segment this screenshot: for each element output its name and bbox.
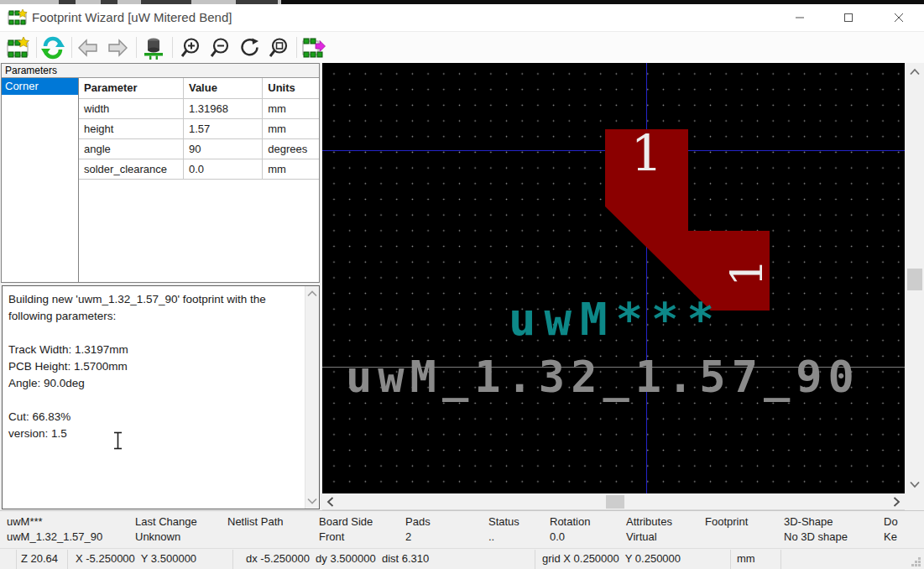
arrow-right-icon bbox=[107, 38, 128, 58]
status-value: uwM_1.32_1.57_90 bbox=[7, 530, 102, 545]
vertical-scroll-thumb[interactable] bbox=[907, 269, 922, 290]
status-label: Last Change bbox=[135, 514, 197, 530]
arrow-left-icon bbox=[77, 38, 99, 58]
status-label: uwM*** bbox=[7, 514, 102, 530]
param-value-cell[interactable]: 1.31968 bbox=[183, 98, 262, 118]
scroll-up-icon[interactable] bbox=[306, 290, 318, 297]
status-value: Unknown bbox=[135, 530, 197, 545]
status-separator bbox=[232, 550, 233, 569]
update-footprint-button[interactable] bbox=[39, 34, 66, 60]
window-title: Footprint Wizard [uW Mitered Bend] bbox=[32, 10, 232, 24]
status-label: Pads bbox=[405, 514, 431, 530]
canvas-vertical-scrollbar[interactable] bbox=[906, 63, 924, 493]
status-label: Footprint bbox=[705, 514, 748, 530]
status-field-footprint: Footprint bbox=[705, 514, 748, 545]
status-field-last-change: Last Change Unknown bbox=[135, 514, 197, 545]
status-separator bbox=[780, 550, 781, 569]
zoom-fit-button[interactable] bbox=[265, 34, 292, 60]
zoom-out-button[interactable] bbox=[206, 34, 233, 60]
footprint-wizard-star-icon bbox=[6, 37, 29, 59]
param-name-cell: width bbox=[79, 98, 183, 118]
zoom-fit-icon bbox=[268, 37, 290, 59]
status-label: Do bbox=[884, 514, 898, 530]
relative-delta: dx -5.250000 dy 3.500000 dist 6.310 bbox=[246, 552, 429, 565]
zoom-in-icon bbox=[180, 37, 201, 59]
param-units-cell: mm bbox=[263, 118, 319, 138]
col-header-parameter: Parameter bbox=[79, 78, 183, 98]
canvas-horizontal-scrollbar[interactable] bbox=[322, 493, 905, 510]
parameter-grid-header: Parameter Value Units bbox=[79, 78, 319, 98]
status-bar: uwM*** uwM_1.32_1.57_90 Last Change Unkn… bbox=[0, 510, 924, 569]
status-label: 3D-Shape bbox=[784, 514, 848, 530]
toolbar-separator bbox=[296, 37, 297, 58]
table-row: angle 90 degrees bbox=[79, 138, 319, 159]
param-name-cell: solder_clearance bbox=[79, 159, 183, 179]
message-line: Angle: 90.0deg bbox=[8, 375, 300, 392]
wizard-pages-list[interactable]: Corner bbox=[2, 78, 79, 282]
status-field-pads: Pads 2 bbox=[405, 514, 431, 545]
component-on-board-icon bbox=[143, 36, 164, 60]
table-row: width 1.31968 mm bbox=[79, 98, 319, 118]
status-value: .. bbox=[488, 530, 519, 545]
status-separator bbox=[730, 550, 731, 569]
status-value: No 3D shape bbox=[784, 530, 848, 545]
titlebar[interactable]: Footprint Wizard [uW Mitered Bend] bbox=[0, 4, 924, 32]
param-units-cell: mm bbox=[263, 159, 319, 179]
show-component-button[interactable] bbox=[140, 34, 167, 60]
previous-page-button[interactable] bbox=[75, 34, 102, 60]
param-value-cell[interactable]: 90 bbox=[183, 138, 262, 159]
horizontal-scroll-thumb[interactable] bbox=[606, 495, 624, 509]
minimize-button[interactable] bbox=[780, 4, 819, 31]
status-value: Front bbox=[319, 530, 373, 545]
scroll-down-icon[interactable] bbox=[306, 498, 318, 504]
parameters-panel: Parameters Corner Parameter Value Units … bbox=[1, 63, 320, 283]
status-field-attributes: Attributes Virtual bbox=[626, 514, 672, 545]
message-line: Building new 'uwm_1.32_1.57_90' footprin… bbox=[8, 291, 300, 308]
toolbar-separator bbox=[71, 37, 72, 58]
resize-grip[interactable] bbox=[911, 556, 921, 567]
scroll-left-icon[interactable] bbox=[326, 496, 334, 508]
scroll-down-icon[interactable] bbox=[909, 481, 921, 488]
footprint-preview-canvas[interactable]: 1 1 uwM*** uwM_1.32_1.57_90 bbox=[322, 63, 905, 493]
status-label: Board Side bbox=[319, 514, 373, 530]
page-item-corner[interactable]: Corner bbox=[2, 78, 78, 95]
select-wizard-button[interactable] bbox=[4, 34, 31, 60]
param-value-cell[interactable]: 0.0 bbox=[183, 159, 262, 179]
param-value-cell[interactable]: 1.57 bbox=[183, 118, 262, 138]
maximize-button[interactable] bbox=[829, 4, 868, 31]
message-line: following parameters: bbox=[8, 308, 300, 325]
table-row: height 1.57 mm bbox=[79, 118, 319, 138]
param-units-cell: mm bbox=[263, 98, 319, 118]
status-value: 0.0 bbox=[550, 530, 590, 545]
status-label: Status bbox=[488, 514, 519, 530]
wizard-messages: Building new 'uwm_1.32_1.57_90' footprin… bbox=[8, 291, 300, 442]
toolbar-separator bbox=[136, 37, 137, 58]
export-footprint-button[interactable] bbox=[300, 34, 327, 60]
message-line bbox=[8, 392, 300, 409]
cursor-position: X -5.250000 Y 3.500000 bbox=[76, 552, 196, 565]
grid-setting: grid X 0.250000 Y 0.250000 bbox=[542, 552, 681, 565]
status-value: Ke bbox=[884, 530, 898, 545]
toolbar-separator bbox=[172, 37, 173, 58]
scroll-right-icon[interactable] bbox=[893, 496, 901, 508]
pad-2-label: 1 bbox=[718, 244, 775, 301]
zoom-in-button[interactable] bbox=[177, 34, 204, 60]
status-value bbox=[705, 530, 748, 545]
message-scrollbar[interactable] bbox=[305, 286, 319, 509]
close-button[interactable] bbox=[880, 4, 918, 31]
status-field-netlist-path: Netlist Path bbox=[227, 514, 283, 545]
status-field-status: Status .. bbox=[488, 514, 519, 545]
zoom-level: Z 20.64 bbox=[21, 552, 58, 565]
footprint-reference-text: uwM*** bbox=[509, 293, 723, 346]
next-page-button[interactable] bbox=[104, 34, 131, 60]
redraw-icon bbox=[238, 37, 260, 59]
export-footprint-icon bbox=[302, 37, 326, 59]
message-line: PCB Height: 1.5700mm bbox=[8, 358, 300, 375]
param-units-cell: degrees bbox=[263, 138, 319, 159]
status-separator bbox=[16, 550, 17, 569]
zoom-out-icon bbox=[209, 37, 231, 59]
scroll-up-icon[interactable] bbox=[909, 68, 921, 76]
toolbar-separator bbox=[36, 37, 37, 58]
coordinates-row: Z 20.64 X -5.250000 Y 3.500000 dx -5.250… bbox=[0, 548, 924, 569]
redraw-view-button[interactable] bbox=[236, 34, 263, 60]
